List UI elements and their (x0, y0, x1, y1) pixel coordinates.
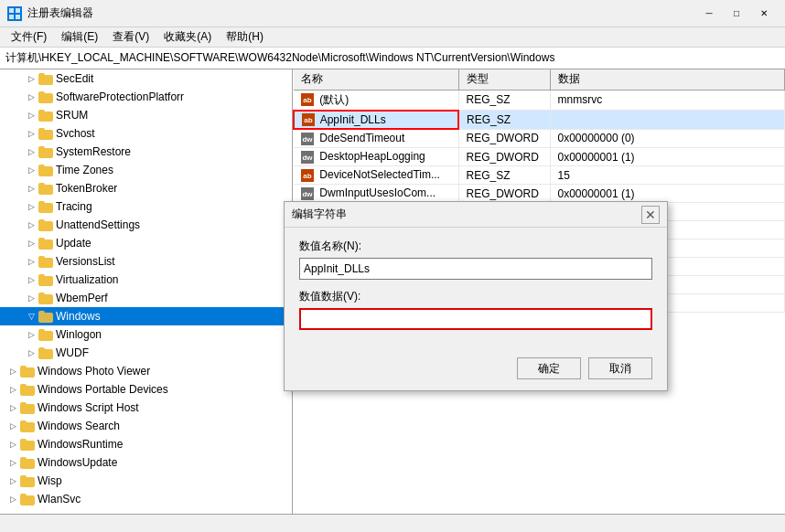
expand-icon-winportable: ▷ (7, 384, 18, 395)
tree-item-systemrestore[interactable]: ▷ SystemRestore (0, 143, 292, 161)
data-input[interactable] (299, 308, 652, 330)
svg-rect-3 (16, 15, 20, 19)
dialog-body: 数值名称(N): 数值数据(V): (285, 228, 667, 350)
tree-label-tokenbroker: TokenBroker (56, 182, 117, 195)
type-icon-dw: dw (301, 133, 314, 145)
expand-icon-tokenbroker: ▷ (26, 183, 37, 194)
folder-icon-winruntime (20, 439, 35, 451)
folder-icon-winupdate (20, 457, 35, 469)
tree-item-winupdate[interactable]: ▷ WindowsUpdate (0, 453, 292, 472)
tree-item-virtualization[interactable]: ▷ Virtualization (0, 271, 292, 289)
tree-item-unattendsettings[interactable]: ▷ UnattendSettings (0, 216, 292, 234)
menu-file[interactable]: 文件(F) (4, 27, 54, 47)
folder-icon-winphoto (20, 366, 35, 378)
dialog-title-bar: 编辑字符串 ✕ (285, 202, 667, 228)
tree-item-winportable[interactable]: ▷ Windows Portable Devices (0, 380, 292, 399)
cell-data: 0x00000001 (1) (550, 185, 785, 203)
window-controls: ─ □ ✕ (695, 5, 778, 23)
tree-item-tracing[interactable]: ▷ Tracing (0, 197, 292, 216)
close-button[interactable]: ✕ (750, 5, 778, 23)
expand-icon-wbemperf: ▷ (26, 293, 37, 303)
tree-item-winsearch[interactable]: ▷ Windows Search (0, 417, 292, 435)
menu-edit[interactable]: 编辑(E) (54, 27, 105, 47)
folder-icon-unattendsettings (38, 219, 53, 231)
tree-item-swprotection[interactable]: ▷ SoftwareProtectionPlatforr (0, 88, 292, 106)
tree-item-wlansvc[interactable]: ▷ WlanSvc (0, 490, 292, 508)
name-field: 数值名称(N): (299, 239, 652, 280)
cell-type: REG_SZ (458, 166, 550, 185)
tree-label-secedit: SecEdit (56, 72, 93, 85)
tree-item-wisp[interactable]: ▷ Wisp (0, 472, 292, 490)
name-input[interactable] (299, 258, 652, 280)
dialog-close-button[interactable]: ✕ (641, 206, 660, 224)
confirm-button[interactable]: 确定 (517, 357, 581, 379)
table-row[interactable]: ab DeviceNotSelectedTim... REG_SZ 15 (294, 166, 785, 185)
type-icon-dw: dw (301, 187, 314, 200)
expand-icon-unattendsettings: ▷ (26, 219, 37, 230)
expand-icon-svchost: ▷ (26, 128, 37, 139)
tree-label-winphoto: Windows Photo Viewer (38, 365, 150, 378)
name-label: 数值名称(N): (299, 239, 652, 254)
table-row[interactable]: dw DwmInputUsesIoCom... REG_DWORD 0x0000… (294, 185, 785, 203)
expand-icon-tracing: ▷ (26, 201, 37, 212)
tree-item-versionslist[interactable]: ▷ VersionsList (0, 252, 292, 271)
tree-item-srum[interactable]: ▷ SRUM (0, 106, 292, 124)
tree-label-winsearch: Windows Search (38, 420, 120, 432)
table-row[interactable]: ab (默认) REG_SZ mnmsrvc (294, 90, 785, 111)
menu-help[interactable]: 帮助(H) (219, 27, 271, 47)
address-path: 计算机\HKEY_LOCAL_MACHINE\SOFTWARE\WOW6432N… (5, 50, 554, 66)
tree-label-winruntime: WindowsRuntime (38, 438, 123, 451)
address-bar: 计算机\HKEY_LOCAL_MACHINE\SOFTWARE\WOW6432N… (0, 48, 785, 69)
status-bar (0, 514, 785, 532)
expand-icon-srum: ▷ (26, 110, 37, 121)
table-row[interactable]: dw DdeSendTimeout REG_DWORD 0x00000000 (… (294, 129, 785, 147)
folder-icon-tokenbroker (38, 183, 53, 195)
menu-view[interactable]: 查看(V) (105, 27, 156, 47)
tree-label-windows: Windows (56, 310, 101, 323)
expand-icon-winruntime: ▷ (7, 439, 18, 450)
cell-type-appinit: REG_SZ (458, 111, 550, 130)
minimize-button[interactable]: ─ (695, 5, 723, 23)
tree-item-tokenbroker[interactable]: ▷ TokenBroker (0, 179, 292, 197)
expand-icon-windows: ▽ (26, 311, 37, 322)
type-icon-ab: ab (301, 169, 314, 182)
table-row[interactable]: dw DesktopHeapLogging REG_DWORD 0x000000… (294, 148, 785, 166)
menu-favorites[interactable]: 收藏夹(A) (156, 27, 219, 47)
table-row-appinit[interactable]: ab AppInit_DLLs REG_SZ (294, 111, 785, 130)
cell-name: ab DeviceNotSelectedTim... (294, 166, 458, 185)
tree-item-winphoto[interactable]: ▷ Windows Photo Viewer (0, 362, 292, 380)
tree-item-windows[interactable]: ▽ Windows (0, 307, 292, 325)
cancel-button[interactable]: 取消 (588, 357, 652, 379)
svg-rect-2 (9, 15, 14, 19)
tree-label-srum: SRUM (56, 109, 88, 122)
tree-label-tracing: Tracing (56, 200, 92, 213)
dialog-title-text: 编辑字符串 (292, 207, 347, 222)
expand-icon-winscript: ▷ (7, 402, 18, 413)
maximize-button[interactable]: □ (723, 5, 750, 23)
tree-label-timezones: Time Zones (56, 164, 113, 176)
folder-icon-wisp (20, 475, 35, 487)
tree-label-winscript: Windows Script Host (38, 401, 139, 414)
cell-name: dw DwmInputUsesIoCom... (294, 185, 458, 203)
tree-item-wudf[interactable]: ▷ WUDF (0, 344, 292, 362)
dialog-buttons: 确定 取消 (285, 350, 667, 390)
tree-item-svchost[interactable]: ▷ Svchost (0, 124, 292, 143)
folder-icon-systemrestore (38, 146, 53, 158)
folder-icon-tracing (38, 201, 53, 213)
cell-name-appinit: ab AppInit_DLLs (294, 111, 458, 130)
data-field: 数值数据(V): (299, 289, 652, 330)
expand-icon-swprotection: ▷ (26, 91, 37, 102)
tree-item-update[interactable]: ▷ Update (0, 234, 292, 252)
tree-scroll[interactable]: ▷ SecEdit ▷ SoftwareProtectionPlatforr ▷… (0, 69, 292, 514)
tree-item-winruntime[interactable]: ▷ WindowsRuntime (0, 435, 292, 453)
tree-item-winscript[interactable]: ▷ Windows Script Host (0, 399, 292, 417)
title-bar-left: 注册表编辑器 (7, 5, 93, 21)
tree-item-winlogon[interactable]: ▷ Winlogon (0, 325, 292, 344)
tree-item-wbemperf[interactable]: ▷ WbemPerf (0, 289, 292, 307)
expand-icon-wudf: ▷ (26, 347, 37, 358)
tree-item-secedit[interactable]: ▷ SecEdit (0, 69, 292, 88)
tree-label-unattendsettings: UnattendSettings (56, 218, 140, 231)
tree-label-wudf: WUDF (56, 346, 89, 359)
col-data: 数据 (550, 69, 785, 90)
tree-item-timezones[interactable]: ▷ Time Zones (0, 161, 292, 179)
